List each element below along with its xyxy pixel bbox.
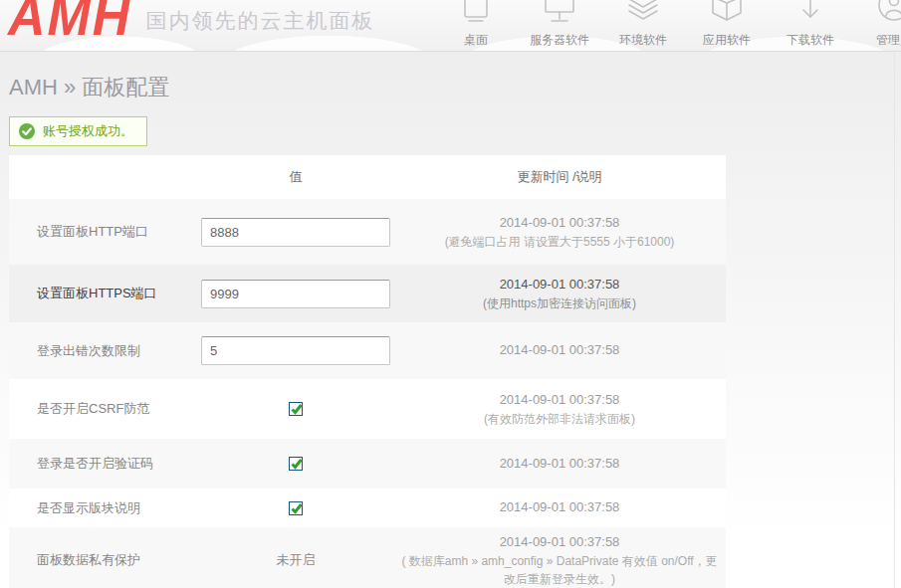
checkmark-icon bbox=[290, 501, 304, 515]
setting-meta-cell: 2014-09-01 00:37:58 bbox=[393, 454, 726, 474]
table-body: 设置面板HTTP端口2014-09-01 00:37:58(避免端口占用 请设置… bbox=[9, 199, 726, 588]
nav-item-下载软件[interactable]: 下载软件 bbox=[769, 0, 852, 52]
table-header-row: 值 更新时间 /说明 bbox=[9, 155, 726, 199]
main-nav: 桌面服务器软件环境软件应用软件下载软件管理员 bbox=[434, 0, 901, 52]
nav-item-应用软件[interactable]: 应用软件 bbox=[685, 0, 769, 52]
nav-item-桌面[interactable]: 桌面 bbox=[434, 0, 518, 52]
setting-label: 设置面板HTTPS端口 bbox=[9, 285, 198, 302]
setting-checkbox[interactable] bbox=[289, 501, 303, 515]
setting-value-cell: 未开启 bbox=[198, 551, 393, 569]
logo-tagline: 国内领先的云主机面板 bbox=[145, 9, 374, 32]
setting-value-cell bbox=[198, 501, 393, 515]
nav-item-服务器软件[interactable]: 服务器软件 bbox=[518, 0, 601, 52]
setting-checkbox[interactable] bbox=[289, 402, 303, 416]
setting-value-cell bbox=[198, 457, 393, 471]
check-circle-icon bbox=[19, 123, 35, 139]
nav-item-label: 桌面 bbox=[464, 32, 488, 49]
setting-label: 登录是否开启验证码 bbox=[9, 455, 198, 473]
setting-label: 是否开启CSRF防范 bbox=[9, 400, 198, 418]
environment-software-icon bbox=[623, 0, 663, 30]
setting-meta-cell: 2014-09-01 00:37:58(使用https加密连接访问面板) bbox=[393, 275, 726, 312]
config-row: 是否开启CSRF防范2014-09-01 00:37:58(有效防范外部非法请求… bbox=[9, 379, 726, 439]
nav-item-label: 下载软件 bbox=[787, 32, 834, 49]
setting-value-input[interactable] bbox=[201, 336, 390, 365]
config-row: 面板数据私有保护未开启2014-09-01 00:37:58( 数据库amh »… bbox=[9, 527, 726, 588]
success-alert-text: 账号授权成功。 bbox=[43, 122, 133, 140]
application-software-icon bbox=[707, 0, 747, 30]
logo-text: AMH bbox=[8, 0, 131, 48]
config-row: 登录出错次数限制2014-09-01 00:37:58 bbox=[9, 322, 726, 379]
checkmark-icon bbox=[290, 402, 304, 416]
success-alert: 账号授权成功。 bbox=[9, 116, 147, 146]
site-header: AMH国内领先的云主机面板 桌面服务器软件环境软件应用软件下载软件管理员 bbox=[0, 0, 901, 52]
setting-meta-cell: 2014-09-01 00:37:58 bbox=[393, 340, 726, 360]
nav-item-label: 服务器软件 bbox=[530, 32, 589, 49]
server-software-icon bbox=[540, 0, 579, 30]
update-time: 2014-09-01 00:37:58 bbox=[500, 275, 620, 294]
config-table: 值 更新时间 /说明 设置面板HTTP端口2014-09-01 00:37:58… bbox=[9, 155, 726, 588]
setting-label: 登录出错次数限制 bbox=[9, 342, 198, 360]
config-row: 是否显示版块说明2014-09-01 00:37:58 bbox=[9, 489, 726, 527]
config-row: 设置面板HTTPS端口2014-09-01 00:37:58(使用https加密… bbox=[9, 265, 726, 322]
setting-value-cell bbox=[198, 336, 393, 365]
checkmark-icon bbox=[290, 457, 304, 471]
update-time: 2014-09-01 00:37:58 bbox=[500, 532, 620, 552]
right-edge-divider bbox=[894, 53, 895, 588]
setting-label: 是否显示版块说明 bbox=[9, 499, 198, 517]
setting-note: (避免端口占用 请设置大于5555 小于61000) bbox=[445, 233, 675, 251]
logo[interactable]: AMH国内领先的云主机面板 bbox=[8, 0, 374, 46]
desktop-icon bbox=[456, 0, 496, 30]
setting-value-cell bbox=[198, 280, 393, 308]
column-header-value: 值 bbox=[198, 168, 393, 186]
download-software-icon bbox=[790, 0, 830, 30]
setting-value-cell bbox=[198, 402, 393, 416]
column-header-time: 更新时间 /说明 bbox=[393, 168, 726, 186]
setting-meta-cell: 2014-09-01 00:37:58(有效防范外部非法请求面板) bbox=[393, 390, 726, 428]
setting-label: 设置面板HTTP端口 bbox=[9, 223, 198, 241]
config-row: 登录是否开启验证码2014-09-01 00:37:58 bbox=[9, 439, 726, 489]
setting-label: 面板数据私有保护 bbox=[9, 551, 198, 569]
setting-meta-cell: 2014-09-01 00:37:58( 数据库amh » amh_config… bbox=[393, 532, 726, 588]
setting-value-cell bbox=[198, 218, 393, 247]
setting-meta-cell: 2014-09-01 00:37:58(避免端口占用 请设置大于5555 小于6… bbox=[393, 213, 726, 251]
update-time: 2014-09-01 00:37:58 bbox=[500, 454, 620, 474]
update-time: 2014-09-01 00:37:58 bbox=[500, 213, 620, 233]
setting-value-input[interactable] bbox=[201, 218, 390, 247]
update-time: 2014-09-01 00:37:58 bbox=[500, 390, 620, 410]
nav-item-label: 应用软件 bbox=[703, 32, 751, 49]
update-time: 2014-09-01 00:37:58 bbox=[500, 497, 620, 517]
setting-value-input[interactable] bbox=[201, 280, 390, 308]
setting-note: ( 数据库amh » amh_config » DataPrivate 有效值 … bbox=[400, 552, 719, 588]
setting-checkbox[interactable] bbox=[289, 457, 303, 471]
nav-item-label: 环境软件 bbox=[619, 32, 667, 49]
nav-item-环境软件[interactable]: 环境软件 bbox=[601, 0, 685, 52]
update-time: 2014-09-01 00:37:58 bbox=[500, 340, 620, 360]
nav-item-label: 管理员 bbox=[876, 32, 901, 49]
admin-user-icon bbox=[874, 0, 901, 30]
page-title: AMH » 面板配置 bbox=[9, 73, 901, 102]
nav-item-管理员[interactable]: 管理员 bbox=[852, 0, 901, 52]
setting-meta-cell: 2014-09-01 00:37:58 bbox=[393, 497, 726, 517]
setting-note: (有效防范外部非法请求面板) bbox=[484, 410, 635, 428]
page-content: AMH » 面板配置 账号授权成功。 值 更新时间 /说明 设置面板HTTP端口… bbox=[0, 53, 901, 588]
setting-note: (使用https加密连接访问面板) bbox=[483, 294, 636, 312]
config-row: 设置面板HTTP端口2014-09-01 00:37:58(避免端口占用 请设置… bbox=[9, 199, 726, 265]
setting-value-text: 未开启 bbox=[277, 551, 316, 569]
